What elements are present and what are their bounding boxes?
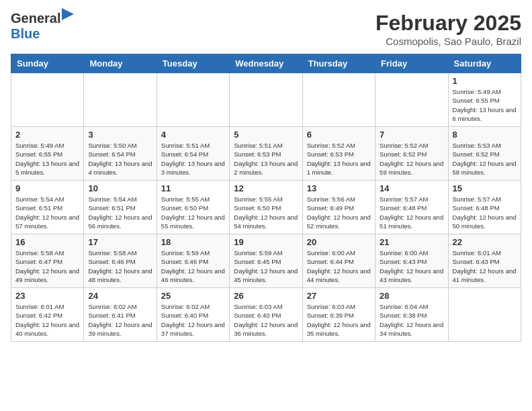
- logo-blue: Blue: [11, 26, 40, 41]
- calendar-week-2: 2Sunrise: 5:49 AMSunset: 6:55 PMDaylight…: [11, 127, 521, 181]
- day-number: 22: [453, 237, 517, 247]
- day-of-week-sunday: Sunday: [11, 54, 84, 73]
- day-number: 5: [234, 130, 298, 140]
- calendar-cell: 10Sunrise: 5:54 AMSunset: 6:51 PMDayligh…: [84, 181, 157, 234]
- day-info: Sunrise: 6:01 AMSunset: 6:42 PMDaylight:…: [15, 302, 79, 338]
- day-number: 18: [161, 237, 225, 247]
- calendar-header-row: SundayMondayTuesdayWednesdayThursdayFrid…: [11, 54, 521, 73]
- day-of-week-thursday: Thursday: [302, 54, 375, 73]
- day-info: Sunrise: 6:03 AMSunset: 6:40 PMDaylight:…: [234, 302, 298, 338]
- day-number: 7: [380, 130, 443, 140]
- calendar-cell: 5Sunrise: 5:51 AMSunset: 6:53 PMDaylight…: [230, 127, 302, 181]
- day-number: 11: [161, 183, 225, 193]
- day-info: Sunrise: 5:59 AMSunset: 6:45 PMDaylight:…: [234, 248, 298, 284]
- day-info: Sunrise: 5:58 AMSunset: 6:47 PMDaylight:…: [15, 248, 79, 284]
- day-number: 6: [307, 130, 371, 140]
- month-title: February 2025: [375, 11, 521, 36]
- day-info: Sunrise: 5:56 AMSunset: 6:49 PMDaylight:…: [307, 195, 371, 230]
- calendar-cell: [157, 73, 229, 127]
- calendar-cell: 28Sunrise: 6:04 AMSunset: 6:38 PMDayligh…: [375, 288, 448, 342]
- day-number: 19: [234, 237, 298, 247]
- calendar-cell: [302, 73, 375, 127]
- calendar-cell: 21Sunrise: 6:00 AMSunset: 6:43 PMDayligh…: [375, 234, 448, 288]
- day-number: 28: [380, 291, 443, 301]
- calendar-cell: 18Sunrise: 5:59 AMSunset: 6:46 PMDayligh…: [157, 234, 229, 288]
- calendar-cell: 22Sunrise: 6:01 AMSunset: 6:43 PMDayligh…: [448, 234, 521, 288]
- day-info: Sunrise: 5:51 AMSunset: 6:54 PMDaylight:…: [161, 141, 225, 177]
- day-info: Sunrise: 6:01 AMSunset: 6:43 PMDaylight:…: [453, 248, 517, 284]
- calendar-cell: 12Sunrise: 5:55 AMSunset: 6:50 PMDayligh…: [230, 181, 302, 234]
- day-number: 20: [307, 237, 371, 247]
- calendar-cell: 14Sunrise: 5:57 AMSunset: 6:48 PMDayligh…: [375, 181, 448, 234]
- day-number: 21: [380, 237, 443, 247]
- calendar-cell: [84, 73, 157, 127]
- calendar-cell: 24Sunrise: 6:02 AMSunset: 6:41 PMDayligh…: [84, 288, 157, 342]
- svg-marker-0: [62, 8, 74, 20]
- day-info: Sunrise: 6:00 AMSunset: 6:44 PMDaylight:…: [307, 248, 371, 284]
- calendar-cell: [375, 73, 448, 127]
- day-info: Sunrise: 5:53 AMSunset: 6:52 PMDaylight:…: [453, 141, 517, 177]
- calendar-cell: 2Sunrise: 5:49 AMSunset: 6:55 PMDaylight…: [11, 127, 84, 181]
- calendar-table: SundayMondayTuesdayWednesdayThursdayFrid…: [11, 54, 521, 342]
- day-number: 8: [453, 130, 517, 140]
- day-info: Sunrise: 5:52 AMSunset: 6:53 PMDaylight:…: [307, 141, 371, 177]
- day-number: 27: [307, 291, 371, 301]
- day-info: Sunrise: 5:52 AMSunset: 6:52 PMDaylight:…: [380, 141, 443, 177]
- day-info: Sunrise: 5:54 AMSunset: 6:51 PMDaylight:…: [88, 195, 152, 230]
- day-number: 17: [88, 237, 152, 247]
- calendar-cell: 8Sunrise: 5:53 AMSunset: 6:52 PMDaylight…: [448, 127, 521, 181]
- calendar-cell: 25Sunrise: 6:02 AMSunset: 6:40 PMDayligh…: [157, 288, 229, 342]
- calendar-cell: 6Sunrise: 5:52 AMSunset: 6:53 PMDaylight…: [302, 127, 375, 181]
- calendar-week-3: 9Sunrise: 5:54 AMSunset: 6:51 PMDaylight…: [11, 181, 521, 234]
- day-number: 15: [453, 183, 517, 193]
- calendar-cell: 26Sunrise: 6:03 AMSunset: 6:40 PMDayligh…: [230, 288, 302, 342]
- day-number: 14: [380, 183, 443, 193]
- calendar-cell: 23Sunrise: 6:01 AMSunset: 6:42 PMDayligh…: [11, 288, 84, 342]
- logo-icon: [62, 8, 74, 20]
- day-number: 9: [15, 183, 79, 193]
- location-subtitle: Cosmopolis, Sao Paulo, Brazil: [375, 36, 521, 47]
- calendar-cell: [448, 288, 521, 342]
- day-of-week-wednesday: Wednesday: [230, 54, 302, 73]
- day-info: Sunrise: 6:02 AMSunset: 6:40 PMDaylight:…: [161, 302, 225, 338]
- calendar-cell: 27Sunrise: 6:03 AMSunset: 6:39 PMDayligh…: [302, 288, 375, 342]
- day-info: Sunrise: 5:49 AMSunset: 6:55 PMDaylight:…: [15, 141, 79, 177]
- day-of-week-saturday: Saturday: [448, 54, 521, 73]
- day-number: 25: [161, 291, 225, 301]
- calendar-cell: 19Sunrise: 5:59 AMSunset: 6:45 PMDayligh…: [230, 234, 302, 288]
- calendar-week-4: 16Sunrise: 5:58 AMSunset: 6:47 PMDayligh…: [11, 234, 521, 288]
- day-of-week-friday: Friday: [375, 54, 448, 73]
- day-info: Sunrise: 5:57 AMSunset: 6:48 PMDaylight:…: [453, 195, 517, 230]
- calendar-cell: 1Sunrise: 5:49 AMSunset: 6:55 PMDaylight…: [448, 73, 521, 127]
- day-info: Sunrise: 5:50 AMSunset: 6:54 PMDaylight:…: [88, 141, 152, 177]
- day-number: 1: [453, 76, 517, 86]
- calendar-cell: [230, 73, 302, 127]
- day-number: 10: [88, 183, 152, 193]
- day-number: 23: [15, 291, 79, 301]
- day-info: Sunrise: 5:49 AMSunset: 6:55 PMDaylight:…: [453, 87, 517, 123]
- calendar-cell: 3Sunrise: 5:50 AMSunset: 6:54 PMDaylight…: [84, 127, 157, 181]
- day-number: 26: [234, 291, 298, 301]
- day-of-week-tuesday: Tuesday: [157, 54, 229, 73]
- day-info: Sunrise: 5:59 AMSunset: 6:46 PMDaylight:…: [161, 248, 225, 284]
- day-info: Sunrise: 5:54 AMSunset: 6:51 PMDaylight:…: [15, 195, 79, 230]
- calendar-cell: [11, 73, 84, 127]
- day-number: 3: [88, 130, 152, 140]
- day-of-week-monday: Monday: [84, 54, 157, 73]
- calendar-cell: 16Sunrise: 5:58 AMSunset: 6:47 PMDayligh…: [11, 234, 84, 288]
- title-block: February 2025 Cosmopolis, Sao Paulo, Bra…: [375, 11, 521, 47]
- day-info: Sunrise: 5:55 AMSunset: 6:50 PMDaylight:…: [234, 195, 298, 230]
- calendar-cell: 15Sunrise: 5:57 AMSunset: 6:48 PMDayligh…: [448, 181, 521, 234]
- page-header: General Blue February 2025 Cosmopolis, S…: [11, 11, 521, 47]
- day-number: 12: [234, 183, 298, 193]
- calendar-cell: 20Sunrise: 6:00 AMSunset: 6:44 PMDayligh…: [302, 234, 375, 288]
- calendar-cell: 7Sunrise: 5:52 AMSunset: 6:52 PMDaylight…: [375, 127, 448, 181]
- logo-general: General: [11, 11, 60, 26]
- calendar-week-5: 23Sunrise: 6:01 AMSunset: 6:42 PMDayligh…: [11, 288, 521, 342]
- day-info: Sunrise: 6:04 AMSunset: 6:38 PMDaylight:…: [380, 302, 443, 338]
- day-number: 16: [15, 237, 79, 247]
- day-info: Sunrise: 6:03 AMSunset: 6:39 PMDaylight:…: [307, 302, 371, 338]
- calendar-cell: 11Sunrise: 5:55 AMSunset: 6:50 PMDayligh…: [157, 181, 229, 234]
- day-info: Sunrise: 6:02 AMSunset: 6:41 PMDaylight:…: [88, 302, 152, 338]
- calendar-cell: 13Sunrise: 5:56 AMSunset: 6:49 PMDayligh…: [302, 181, 375, 234]
